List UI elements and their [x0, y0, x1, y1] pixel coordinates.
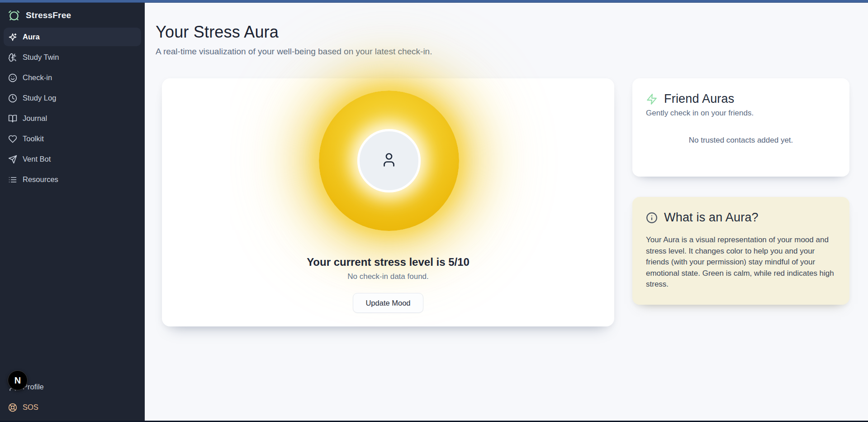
sidebar-item-study-twin[interactable]: Study Twin — [4, 48, 141, 67]
sidebar-item-label: Aura — [23, 33, 40, 41]
sidebar-item-study-log[interactable]: Study Log — [4, 89, 141, 107]
friend-auras-card: Friend Auras Gently check in on your fri… — [632, 78, 849, 177]
sparkles-icon — [8, 33, 17, 42]
sidebar-item-resources[interactable]: Resources — [4, 170, 141, 189]
send-icon — [8, 155, 17, 164]
sidebar-item-vent-bot[interactable]: Vent Bot — [4, 150, 141, 168]
sidebar-item-label: Vent Bot — [23, 155, 51, 163]
right-column: Friend Auras Gently check in on your fri… — [632, 78, 849, 305]
sidebar-item-sos[interactable]: SOS — [4, 398, 141, 417]
sidebar-item-aura[interactable]: Aura — [4, 28, 141, 46]
aura-info-header: What is an Aura? — [646, 211, 836, 225]
sidebar-item-label: Journal — [23, 114, 47, 123]
sidebar-item-label: Toolkit — [23, 134, 44, 143]
content-row: Your current stress level is 5/10 No che… — [162, 78, 850, 326]
aura-info-body: Your Aura is a visual representation of … — [646, 235, 835, 290]
zap-icon — [646, 93, 658, 105]
main-content: Your Stress Aura A real-time visualizati… — [145, 2, 868, 422]
page-subtitle: A real-time visualization of your well-b… — [156, 46, 850, 58]
app-logo: StressFree — [0, 2, 145, 28]
sidebar-footer: Profile SOS N — [0, 378, 145, 422]
brain-circuit-icon — [8, 53, 17, 62]
sidebar-item-label: Resources — [23, 175, 58, 184]
sidebar: StressFree Aura Study Twin Check-in Stud… — [0, 0, 145, 422]
sidebar-item-label: Study Log — [23, 94, 56, 102]
friend-auras-title: Friend Auras — [664, 92, 734, 106]
aura-info-title: What is an Aura? — [664, 211, 759, 225]
book-open-icon — [8, 114, 17, 123]
heart-icon — [8, 134, 17, 144]
top-accent-bar — [0, 0, 868, 3]
page-title: Your Stress Aura — [156, 22, 850, 42]
life-buoy-icon — [8, 403, 17, 412]
sidebar-item-label: Study Twin — [23, 53, 59, 62]
sidebar-item-toolkit[interactable]: Toolkit — [4, 129, 141, 148]
stress-level-text: Your current stress level is 5/10 — [162, 256, 614, 269]
clock-icon — [8, 94, 17, 103]
sidebar-nav: Aura Study Twin Check-in Study Log Journ… — [0, 28, 145, 191]
sidebar-item-label: Check-in — [23, 73, 52, 82]
friend-auras-empty-text: No trusted contacts added yet. — [646, 136, 836, 145]
aura-info-card: What is an Aura? Your Aura is a visual r… — [632, 197, 849, 305]
dev-overlay-badge[interactable]: N — [8, 370, 28, 390]
checkin-status-text: No check-in data found. — [162, 272, 614, 281]
friend-auras-subtitle: Gently check in on your friends. — [646, 109, 836, 118]
sidebar-item-check-in[interactable]: Check-in — [4, 68, 141, 87]
friend-auras-header: Friend Auras — [646, 92, 836, 106]
update-mood-button[interactable]: Update Mood — [353, 293, 423, 313]
aura-card: Your current stress level is 5/10 No che… — [162, 78, 614, 326]
aura-avatar-circle — [357, 129, 421, 192]
sidebar-spacer — [0, 191, 145, 378]
sidebar-item-journal[interactable]: Journal — [4, 109, 141, 128]
app-window: StressFree Aura Study Twin Check-in Stud… — [0, 0, 868, 422]
list-icon — [8, 175, 17, 184]
smile-icon — [8, 73, 17, 82]
user-icon — [381, 152, 397, 170]
alarm-clock-icon — [8, 10, 20, 21]
info-icon — [646, 212, 658, 224]
app-title: StressFree — [26, 10, 71, 20]
sidebar-item-label: SOS — [23, 403, 38, 412]
